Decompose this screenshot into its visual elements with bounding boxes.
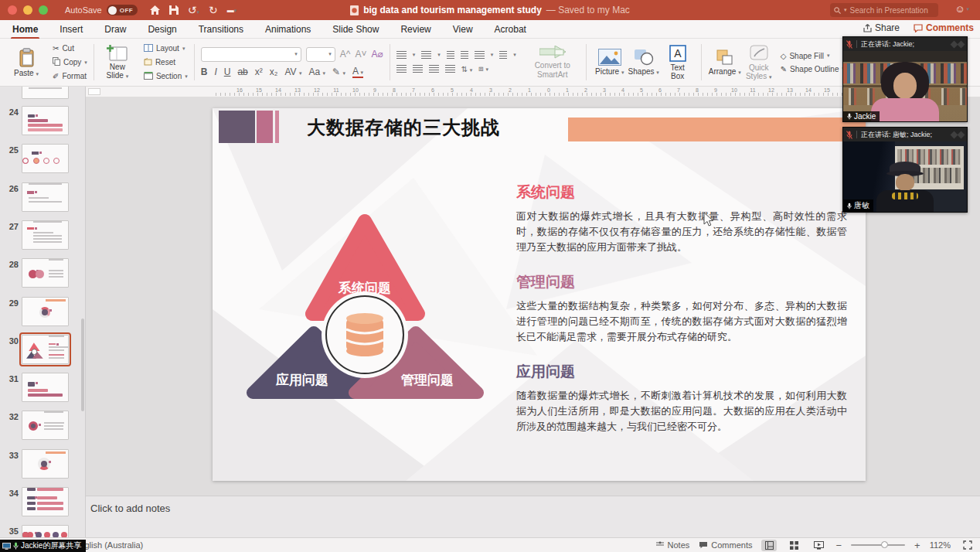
highlight-pen-button[interactable]: ✎ ▾ <box>332 66 345 77</box>
layout-button[interactable]: Layout ▾ <box>144 43 188 55</box>
clear-formatting-button[interactable]: A⌀ <box>371 49 383 60</box>
bullets-button[interactable] <box>396 51 407 59</box>
tab-design[interactable]: Design <box>146 22 178 37</box>
thumbnail-preview[interactable] <box>22 106 69 135</box>
character-spacing-button[interactable]: AV ▾ <box>284 66 301 77</box>
thumbnail-preview[interactable] <box>22 487 69 516</box>
copy-button[interactable]: Copy ▾ <box>53 56 87 69</box>
grow-font-button[interactable]: A^ <box>340 49 351 60</box>
zoom-level[interactable]: 112% <box>930 540 951 550</box>
zoom-window-button[interactable] <box>39 5 48 15</box>
comments-button[interactable]: Comments <box>914 22 974 33</box>
comments-toggle-button[interactable]: Comments <box>699 540 752 550</box>
thumbnail-preview[interactable] <box>22 220 69 250</box>
new-slide-button[interactable]: NewSlide ▾ <box>100 45 134 80</box>
increase-indent-button[interactable] <box>461 51 468 59</box>
arrange-button[interactable]: Arrange ▾ <box>708 49 742 76</box>
slideshow-view-button[interactable] <box>811 540 826 551</box>
slide-title[interactable]: 大数据存储的三大挑战 <box>307 115 500 140</box>
normal-view-button[interactable] <box>761 540 777 551</box>
align-left-button[interactable] <box>396 65 407 73</box>
thumbnail-preview[interactable] <box>22 373 69 402</box>
thumbnail-preview[interactable] <box>22 411 69 440</box>
change-case-button[interactable]: Aa ▾ <box>308 66 325 77</box>
tab-home[interactable]: Home <box>11 22 39 37</box>
thumbnail-preview[interactable] <box>22 87 69 99</box>
zoom-slider[interactable] <box>851 544 905 546</box>
tab-review[interactable]: Review <box>399 22 432 37</box>
cut-button[interactable]: ✂Cut <box>53 43 87 55</box>
quick-styles-button[interactable]: QuickStyles ▾ <box>742 45 776 80</box>
autosave-toggle[interactable]: OFF <box>107 5 138 15</box>
line-spacing-button[interactable] <box>475 51 485 59</box>
slide-30[interactable]: 大数据存储的三大挑战 系统问题 应用问题 管理问题 系统问题 面对大数据 <box>213 108 866 481</box>
fit-slide-button[interactable] <box>960 540 975 551</box>
minimize-window-button[interactable] <box>23 5 32 15</box>
thumbnail-preview[interactable] <box>22 449 69 479</box>
tab-transitions[interactable]: Transitions <box>197 22 245 37</box>
close-window-button[interactable] <box>8 5 17 15</box>
video-header[interactable]: 正在讲话: 唐敏; Jackie; <box>843 128 967 141</box>
tab-slide-show[interactable]: Slide Show <box>331 22 380 37</box>
triangle-diagram[interactable]: 系统问题 应用问题 管理问题 <box>236 209 499 408</box>
reset-button[interactable]: Reset <box>144 56 188 69</box>
font-color-button[interactable]: A ▾ <box>352 66 363 78</box>
shapes-button[interactable]: Shapes ▾ <box>627 49 661 76</box>
thumbnail-scrollbar[interactable] <box>81 319 84 411</box>
video-window-tangmin[interactable]: 正在讲话: 唐敏; Jackie; 唐敏 <box>842 127 968 213</box>
tab-animations[interactable]: Animations <box>264 22 312 37</box>
shrink-font-button[interactable]: A˅ <box>355 49 366 60</box>
section-application[interactable]: 应用问题 随着数据量的爆炸式增长，不断刺激着计算机技术的发展，如何利用大数据为人… <box>516 362 847 434</box>
decrease-indent-button[interactable] <box>447 51 454 59</box>
thumbnail-preview[interactable] <box>22 297 69 326</box>
format-painter-button[interactable]: ✐Format <box>53 70 87 83</box>
bold-button[interactable]: B <box>201 66 208 77</box>
share-button[interactable]: Share <box>863 22 900 33</box>
thumbnail-preview[interactable] <box>22 144 69 173</box>
qat-more-icon[interactable]: ▬▾ <box>227 6 237 14</box>
font-name-select[interactable]: ▾ <box>201 47 301 62</box>
shape-outline-button[interactable]: ✎Shape Outline ▾ <box>781 65 845 73</box>
convert-to-smartart-button[interactable]: Convert toSmartArt <box>526 46 580 79</box>
thumbnail-preview[interactable] <box>22 525 69 537</box>
save-icon[interactable] <box>169 5 179 15</box>
picture-button[interactable]: Picture ▾ <box>593 49 627 76</box>
italic-button[interactable]: I <box>214 66 216 77</box>
redo-icon[interactable]: ↻ <box>209 4 218 16</box>
slide-sorter-view-button[interactable] <box>786 540 801 551</box>
section-management[interactable]: 管理问题 这些大量的数据结构复杂，种类繁多，如何对分布、多态、异构的大数据进行管… <box>516 272 847 345</box>
underline-button[interactable]: U <box>224 66 231 77</box>
text-box-button[interactable]: A TextBox <box>661 45 695 80</box>
home-icon[interactable] <box>150 5 160 15</box>
tab-view[interactable]: View <box>451 22 475 37</box>
video-header[interactable]: 正在讲话: Jackie; <box>843 37 967 51</box>
section-system[interactable]: 系统问题 面对大数据的爆炸式增长，且具有大数据量、异构型、高时效性的需求时，数据… <box>516 182 847 255</box>
text-direction-button[interactable]: ⇅ ▾ <box>461 65 473 73</box>
columns-button[interactable] <box>499 51 507 59</box>
search-input[interactable]: ▾ Search in Presentation <box>830 3 938 17</box>
tab-acrobat[interactable]: Acrobat <box>493 22 528 37</box>
notes-pane[interactable]: Click to add notes <box>86 496 980 537</box>
feedback-smiley-icon[interactable]: ☺▾ <box>954 3 969 15</box>
align-center-button[interactable] <box>413 65 423 73</box>
zoom-in-button[interactable]: + <box>914 540 920 551</box>
tab-insert[interactable]: Insert <box>58 22 84 37</box>
align-right-button[interactable] <box>429 65 439 73</box>
superscript-button[interactable]: x² <box>255 66 263 77</box>
paste-button[interactable]: Paste ▾ <box>9 48 43 77</box>
video-window-jackie[interactable]: 正在讲话: Jackie; Jackie <box>842 36 968 122</box>
shape-fill-button[interactable]: ◇Shape Fill ▾ <box>781 52 845 60</box>
notes-toggle-button[interactable]: Notes <box>655 540 690 550</box>
thumbnail-preview[interactable] <box>22 182 69 212</box>
tab-draw[interactable]: Draw <box>103 22 128 37</box>
subscript-button[interactable]: x₂ <box>270 66 278 77</box>
align-text-button[interactable]: ⧈ ▾ <box>478 64 488 73</box>
font-size-select[interactable]: ▾ <box>306 47 335 62</box>
zoom-slider-thumb[interactable] <box>881 541 888 548</box>
numbering-button[interactable] <box>421 51 431 59</box>
justify-button[interactable] <box>445 65 455 73</box>
thumbnail-preview[interactable] <box>22 335 69 364</box>
section-button[interactable]: Section ▾ <box>144 70 188 83</box>
undo-icon[interactable]: ↺▾ <box>188 4 199 16</box>
strikethrough-button[interactable]: ab <box>237 66 247 77</box>
